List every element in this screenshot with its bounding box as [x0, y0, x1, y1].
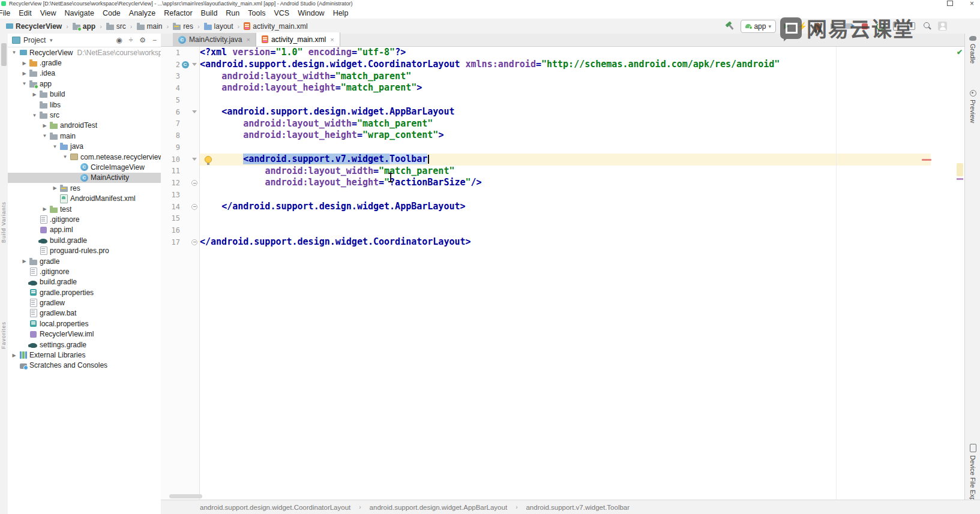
- left-bar-label-0[interactable]: Build Variants: [1, 202, 7, 243]
- menu-help[interactable]: Help: [329, 9, 353, 17]
- intention-bulb-icon[interactable]: [205, 156, 212, 163]
- code-line-3[interactable]: android:layout_width="match_parent": [200, 71, 964, 83]
- menu-run[interactable]: Run: [221, 9, 244, 17]
- fold-marker-icon[interactable]: [191, 239, 197, 245]
- tree-item-RecyclerView[interactable]: ▼RecyclerViewD:\NetEase\course\workspace…: [8, 47, 161, 58]
- code-line-2[interactable]: <android.support.design.widget.Coordinat…: [200, 59, 964, 71]
- code-line-8[interactable]: android:layout_height="wrap_content">: [200, 130, 964, 142]
- menu-refactor[interactable]: Refactor: [160, 9, 196, 17]
- tree-item-res[interactable]: ▶res: [8, 183, 161, 193]
- horizontal-scrollbar-thumb[interactable]: [169, 494, 202, 498]
- tool-window-tab-Device File Expl[interactable]: Device File Expl: [965, 444, 980, 503]
- tree-item-androidTest[interactable]: ▶androidTest: [8, 121, 161, 131]
- tree-down-arrow-icon[interactable]: ▼: [10, 50, 18, 55]
- close-button[interactable]: ×: [970, 1, 974, 7]
- sdk-manager-icon[interactable]: [906, 21, 916, 31]
- tree-item-AndroidManifest.xml[interactable]: AndroidManifest.xml: [8, 193, 161, 203]
- hammer-icon[interactable]: [725, 21, 735, 31]
- tree-down-arrow-icon[interactable]: ▼: [61, 154, 69, 160]
- locate-icon[interactable]: ◉: [116, 36, 122, 44]
- tree-right-arrow-icon[interactable]: ▶: [51, 185, 59, 191]
- tree-down-arrow-icon[interactable]: ▼: [51, 144, 59, 149]
- breadcrumb-item-RecyclerView[interactable]: RecyclerView: [5, 22, 63, 31]
- tree-item-gradle.properties[interactable]: gradle.properties: [8, 287, 161, 297]
- tab-MainActivity.java[interactable]: MainActivity.java×: [173, 33, 256, 46]
- search-icon[interactable]: [922, 21, 932, 31]
- menu-build[interactable]: Build: [197, 9, 222, 17]
- close-tab-icon[interactable]: ×: [330, 36, 334, 43]
- tree-item-com.netease.recyclerview[interactable]: ▼com.netease.recyclerview: [8, 152, 161, 162]
- menu-vcs[interactable]: VCS: [269, 9, 293, 17]
- stop-icon[interactable]: [859, 21, 870, 31]
- menu-edit[interactable]: Edit: [14, 9, 36, 17]
- breadcrumb-item-main[interactable]: main: [136, 22, 164, 31]
- menu-analyze[interactable]: Analyze: [125, 9, 160, 17]
- breadcrumb-item-app[interactable]: app: [71, 22, 97, 31]
- code-area[interactable]: <?xml version="1.0" encoding="utf-8"?><a…: [200, 47, 964, 500]
- error-stripe[interactable]: ✔: [956, 47, 964, 500]
- avd-manager-icon[interactable]: [891, 21, 901, 31]
- tree-item-app[interactable]: ▼app: [8, 79, 161, 89]
- hide-icon[interactable]: −: [152, 36, 157, 44]
- menu-view[interactable]: View: [36, 9, 61, 17]
- breadcrumb-item-layout[interactable]: layout: [203, 22, 235, 31]
- tree-item-local.properties[interactable]: local.properties: [8, 318, 161, 329]
- tree-right-arrow-icon[interactable]: ▶: [10, 353, 18, 358]
- tab-activity_main.xml[interactable]: activity_main.xml×: [256, 32, 340, 46]
- profiler-icon[interactable]: [828, 21, 838, 31]
- menu-navigate[interactable]: Navigate: [61, 9, 98, 17]
- code-line-11[interactable]: android:layout_width="match_parent": [200, 166, 964, 178]
- tree-item-build[interactable]: ▶build: [8, 89, 161, 100]
- left-bar-label-1[interactable]: Favorites: [1, 321, 7, 349]
- code-line-4[interactable]: android:layout_height="match_parent">: [200, 82, 964, 94]
- fold-marker-icon[interactable]: [192, 63, 197, 66]
- xml-breadcrumb-item[interactable]: android.support.design.widget.AppBarLayo…: [370, 504, 508, 511]
- tree-item-build.gradle[interactable]: build.gradle: [8, 235, 161, 245]
- code-line-9[interactable]: [200, 142, 964, 154]
- debug-icon[interactable]: [813, 21, 823, 31]
- code-line-12[interactable]: android:layout_height="?actionBarSize"/>: [200, 177, 964, 189]
- tree-item-External Libraries[interactable]: ▶External Libraries: [8, 350, 161, 360]
- breadcrumb-item-activity_main.xml[interactable]: activity_main.xml: [242, 22, 308, 31]
- menu-window[interactable]: Window: [293, 9, 328, 17]
- tree-item-gradlew[interactable]: gradlew: [8, 297, 161, 308]
- tree-item-.gradle[interactable]: ▶.gradle: [8, 58, 161, 68]
- project-panel-title[interactable]: Project: [23, 36, 46, 44]
- chevron-down-icon[interactable]: ▼: [49, 38, 53, 43]
- avatar-icon[interactable]: [937, 21, 948, 31]
- tree-item-gradle[interactable]: ▶gradle: [8, 256, 161, 266]
- tree-item-proguard-rules.pro[interactable]: proguard-rules.pro: [8, 245, 161, 256]
- tree-item-Scratches and Consoles[interactable]: Scratches and Consoles: [8, 360, 161, 371]
- tree-item-src[interactable]: ▼src: [8, 110, 161, 120]
- apply-changes-icon[interactable]: ⚡: [797, 21, 807, 31]
- xml-breadcrumb-item[interactable]: android.support.v7.widget.Toolbar: [526, 504, 630, 511]
- tree-right-arrow-icon[interactable]: ▶: [20, 258, 28, 264]
- close-tab-icon[interactable]: ×: [246, 36, 250, 43]
- tree-right-arrow-icon[interactable]: ▶: [20, 61, 28, 66]
- tree-item-settings.gradle[interactable]: settings.gradle: [8, 339, 161, 350]
- code-editor[interactable]: 12C34567891011121314151617 <?xml version…: [161, 47, 964, 500]
- tree-item-.gitignore[interactable]: .gitignore: [8, 266, 161, 276]
- tree-item-MainActivity[interactable]: MainActivity: [8, 173, 161, 183]
- tree-right-arrow-icon[interactable]: ▶: [31, 92, 38, 97]
- attach-debugger-icon[interactable]: [844, 21, 854, 31]
- tool-window-tab-Gradle[interactable]: Gradle: [965, 36, 980, 64]
- collapse-all-icon[interactable]: ÷: [129, 36, 133, 44]
- tree-down-arrow-icon[interactable]: ▼: [20, 81, 28, 86]
- code-line-16[interactable]: [200, 224, 964, 236]
- code-line-15[interactable]: [200, 213, 964, 225]
- tool-window-tab-Preview[interactable]: Preview: [965, 90, 980, 123]
- code-line-6[interactable]: <android.support.design.widget.AppBarLay…: [200, 106, 964, 118]
- code-line-13[interactable]: [200, 189, 964, 201]
- code-line-7[interactable]: android:layout_width="match_parent": [200, 118, 964, 130]
- settings-icon[interactable]: ⚙: [139, 36, 146, 44]
- tree-down-arrow-icon[interactable]: ▼: [41, 133, 49, 139]
- tree-item-test[interactable]: ▶test: [8, 204, 161, 214]
- fold-marker-icon[interactable]: [192, 110, 197, 113]
- xml-breadcrumb-item[interactable]: android.support.design.widget.Coordinato…: [200, 504, 350, 511]
- project-tool-button[interactable]: [1, 43, 7, 66]
- code-line-14[interactable]: </android.support.design.widget.AppBarLa…: [200, 201, 964, 213]
- tree-item-CircleImageView[interactable]: CircleImageView: [8, 162, 161, 172]
- breadcrumb-item-src[interactable]: src: [105, 22, 127, 31]
- tree-item-libs[interactable]: libs: [8, 100, 161, 110]
